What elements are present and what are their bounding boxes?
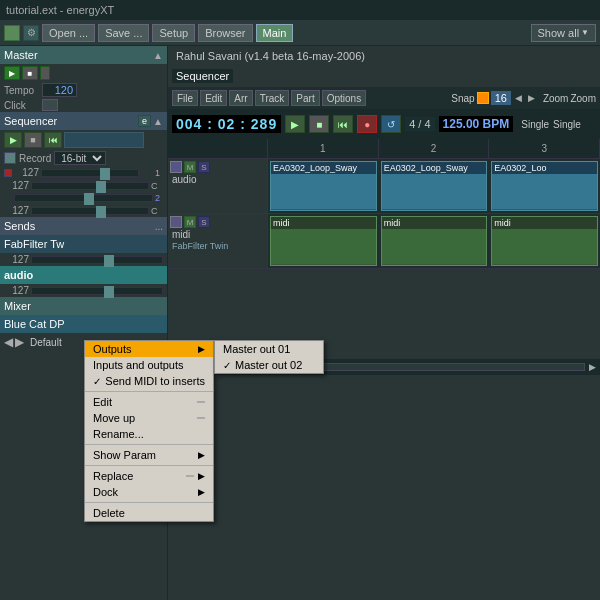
audio-clip-2[interactable]: EA0302_Loop_Sway [381,161,488,211]
audio-label-text: audio [4,269,33,281]
master-out-02-label: Master out 02 [235,359,302,371]
options-btn[interactable]: Options [322,90,366,106]
file-btn[interactable]: File [172,90,198,106]
fader4-val: 127 [4,205,29,216]
audio-clip-1[interactable]: EA0302_Loop_Sway [270,161,377,211]
tempo-value[interactable]: 120 [42,83,77,97]
zoom-label-text: Zoom [570,93,596,104]
midi-track-sub: FabFilter Twin [170,241,265,251]
sequencer-section-header: Sequencer e ▲ [0,112,167,130]
rec-transport-btn[interactable]: ● [357,115,377,133]
setup-button[interactable]: Setup [152,24,195,42]
fader1-val: 127 [14,167,39,178]
menu-move-up-label: Move up [93,412,135,424]
stop-button[interactable]: ■ [22,66,38,80]
fader4-track[interactable] [31,207,149,215]
fader3-track[interactable] [14,194,153,202]
main-button[interactable]: Main [256,24,294,42]
audio-mute-btn[interactable]: M [184,161,196,173]
menu-sep-2 [85,444,213,445]
seq-close-icon[interactable]: ▲ [153,116,163,127]
seq-stop-btn[interactable]: ■ [24,132,42,148]
icon-logo [4,25,20,41]
menu-item-edit[interactable]: Edit [85,394,213,410]
midi-track-info: M S midi FabFilter Twin [168,214,268,268]
fader2-track[interactable] [31,182,149,190]
menu-item-replace[interactable]: Replace ▶ [85,468,213,484]
timeline: 1 2 3 [268,139,600,158]
seq-label-area: Sequencer [168,69,600,87]
midi-track-row: M S midi FabFilter Twin midi midi [168,214,600,269]
p1-fader-track[interactable] [31,256,163,264]
audio-fader-track[interactable] [31,287,163,295]
midi-track-icon [170,216,182,228]
menu-item-show-param[interactable]: Show Param ▶ [85,447,213,463]
audio-clip-3[interactable]: EA0302_Loo [491,161,598,211]
scroll-right-icon[interactable]: ▶ [589,362,596,372]
audio-clip-1-label: EA0302_Loop_Sway [271,162,376,174]
fader4-channel: C [151,206,163,216]
menu-item-move-up[interactable]: Move up [85,410,213,426]
midi-solo-btn[interactable]: S [198,216,210,228]
sends-header: Sends ... [0,217,167,235]
stop-transport-btn[interactable]: ■ [309,115,329,133]
menu-item-outputs[interactable]: Outputs ▶ [85,341,213,357]
midi-clip-1-label: midi [271,217,376,229]
snap-num[interactable]: 16 [491,91,511,105]
edit-btn[interactable]: Edit [200,90,227,106]
fader1-indicator [4,169,12,177]
bpm-display[interactable]: 125.00 BPM [439,116,514,132]
fader4-row: 127 C [0,204,167,217]
prev-snap-icon[interactable]: ◀ [513,93,524,103]
arr-btn[interactable]: Arr [229,90,252,106]
play-button[interactable]: ▶ [4,66,20,80]
part-btn[interactable]: Part [291,90,319,106]
audio-fader-val: 127 [4,285,29,296]
sub-menu-master-out-02[interactable]: Master out 02 [215,357,323,373]
menu-sep-1 [85,391,213,392]
play-transport-btn[interactable]: ▶ [285,115,305,133]
menu-item-rename[interactable]: Rename... [85,426,213,442]
sub-menu: Master out 01 Master out 02 [214,340,324,374]
sends-expand-icon[interactable]: ... [155,221,163,232]
master-close-icon[interactable]: ▲ [153,50,163,61]
midi-clip-3[interactable]: midi [491,216,598,266]
next-snap-icon[interactable]: ▶ [526,93,537,103]
browser-button[interactable]: Browser [198,24,252,42]
plugin1-name: FabFilter Tw [4,238,64,250]
seq-play-btn[interactable]: ▶ [4,132,22,148]
seq-expand-btn[interactable] [64,132,144,148]
audio-track-row: M S audio EA0302_Loop_Sway EA0302_Loop_S… [168,159,600,214]
menu-item-inputs-outputs[interactable]: Inputs and outputs [85,357,213,373]
plugin1-row[interactable]: FabFilter Tw [0,235,167,253]
menu-item-dock[interactable]: Dock ▶ [85,484,213,500]
midi-clip-1[interactable]: midi [270,216,377,266]
midi-clip-2[interactable]: midi [381,216,488,266]
fader1-track[interactable] [41,169,139,177]
timeline-num-3: 3 [489,139,600,158]
rew-transport-btn[interactable]: ⏮ [333,115,353,133]
menu-item-delete[interactable]: Delete [85,505,213,521]
bit-depth-select[interactable]: 16-bit [54,151,106,165]
menu-inputs-outputs-label: Inputs and outputs [93,359,184,371]
audio-solo-btn[interactable]: S [198,161,210,173]
seq-e-btn[interactable]: e [138,115,151,127]
plugin2-row[interactable]: Blue Cat DP [0,315,167,333]
open-button[interactable]: Open ... [42,24,95,42]
show-all-dropdown[interactable]: Show all ▼ [531,24,597,42]
click-toggle[interactable] [42,99,58,111]
menu-replace-label: Replace [93,470,133,482]
p1-fader-val: 127 [4,254,29,265]
save-button[interactable]: Save ... [98,24,149,42]
midi-track-clips: midi midi midi [268,214,600,268]
right-arrow-icon[interactable]: ▶ [15,335,24,349]
track-btn[interactable]: Track [255,90,290,106]
loop-transport-btn[interactable]: ↺ [381,115,401,133]
seq-rew-btn[interactable]: ⏮ [44,132,62,148]
menu-item-send-midi[interactable]: Send MIDI to inserts [85,373,213,389]
midi-mute-btn[interactable]: M [184,216,196,228]
click-label: Click [4,100,39,111]
title-text: tutorial.ext - energyXT [6,4,114,16]
sub-menu-master-out-01[interactable]: Master out 01 [215,341,323,357]
left-arrow-icon[interactable]: ◀ [4,335,13,349]
